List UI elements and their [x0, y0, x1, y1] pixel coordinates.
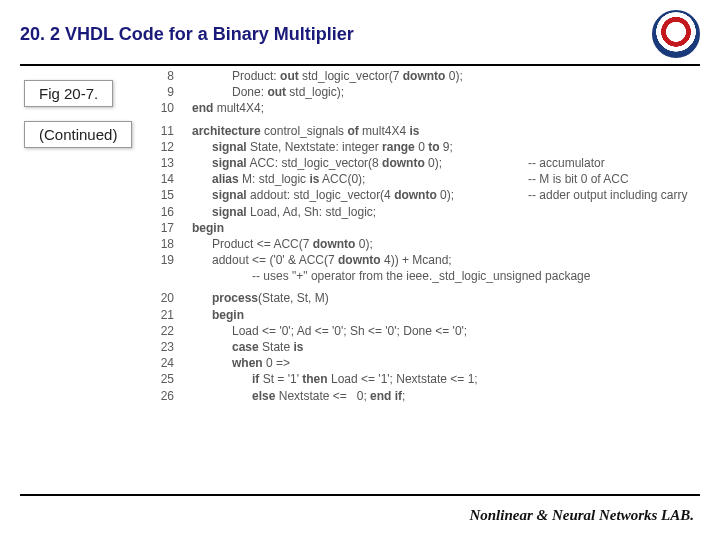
line-number: 20 — [148, 290, 174, 306]
line-number: 24 — [148, 355, 174, 371]
code-text: signal State, Nextstate: integer range 0… — [192, 139, 453, 155]
code-line: 23 case State is — [148, 339, 590, 355]
divider-bottom — [20, 494, 700, 496]
line-number: 21 — [148, 307, 174, 323]
line-number: 22 — [148, 323, 174, 339]
code-line: 25 if St = '1' then Load <= '1'; Nextsta… — [148, 371, 590, 387]
line-number: 8 — [148, 68, 174, 84]
code-text: Done: out std_logic); — [192, 84, 344, 100]
code-line: -- uses "+" operator from the ieee._std_… — [148, 268, 590, 284]
line-number: 14 — [148, 171, 174, 187]
code-text: Product: out std_logic_vector(7 downto 0… — [192, 68, 463, 84]
slide-header: 20. 2 VHDL Code for a Binary Multiplier — [0, 0, 720, 64]
university-seal-icon — [652, 10, 700, 58]
code-text: addout <= ('0' & ACC(7 downto 4)) + Mcan… — [192, 252, 452, 268]
code-comment: -- M is bit 0 of ACC — [528, 171, 629, 187]
code-line: 12 signal State, Nextstate: integer rang… — [148, 139, 590, 155]
code-line: 24 when 0 => — [148, 355, 590, 371]
code-line: 26 else Nextstate <= 0; end if; — [148, 388, 590, 404]
code-line: 11architecture control_signals of mult4X… — [148, 123, 590, 139]
slide-content: Fig 20-7. (Continued) 8 Product: out std… — [0, 66, 720, 154]
code-line: 8 Product: out std_logic_vector(7 downto… — [148, 68, 590, 84]
line-number: 13 — [148, 155, 174, 171]
line-number: 15 — [148, 187, 174, 203]
code-text: architecture control_signals of mult4X4 … — [192, 123, 419, 139]
line-number: 16 — [148, 204, 174, 220]
line-number: 9 — [148, 84, 174, 100]
slide-title: 20. 2 VHDL Code for a Binary Multiplier — [20, 24, 652, 45]
line-number: 19 — [148, 252, 174, 268]
code-text: else Nextstate <= 0; end if; — [192, 388, 405, 404]
code-line: 21 begin — [148, 307, 590, 323]
line-number: 26 — [148, 388, 174, 404]
code-text: -- uses "+" operator from the ieee._std_… — [192, 268, 590, 284]
code-comment: -- adder output including carry — [528, 187, 687, 203]
code-text: if St = '1' then Load <= '1'; Nextstate … — [192, 371, 478, 387]
code-text: case State is — [192, 339, 303, 355]
line-number: 23 — [148, 339, 174, 355]
lab-footer: Nonlinear & Neural Networks LAB. — [469, 507, 694, 524]
code-text: process(State, St, M) — [192, 290, 329, 306]
figure-continued: (Continued) — [24, 121, 132, 148]
code-text: begin — [192, 307, 244, 323]
code-line: 9 Done: out std_logic); — [148, 84, 590, 100]
code-line: 17begin — [148, 220, 590, 236]
code-comment: -- accumulator — [528, 155, 605, 171]
line-number: 18 — [148, 236, 174, 252]
code-text: signal Load, Ad, Sh: std_logic; — [192, 204, 376, 220]
code-line: 19 addout <= ('0' & ACC(7 downto 4)) + M… — [148, 252, 590, 268]
code-text: begin — [192, 220, 224, 236]
line-number: 17 — [148, 220, 174, 236]
code-text: alias M: std_logic is ACC(0); — [192, 171, 365, 187]
code-text: Load <= '0'; Ad <= '0'; Sh <= '0'; Done … — [192, 323, 467, 339]
code-text: when 0 => — [192, 355, 290, 371]
code-line: 14 alias M: std_logic is ACC(0);-- M is … — [148, 171, 590, 187]
code-line: 10end mult4X4; — [148, 100, 590, 116]
code-text: Product <= ACC(7 downto 0); — [192, 236, 373, 252]
code-line: 20 process(State, St, M) — [148, 290, 590, 306]
code-line: 13 signal ACC: std_logic_vector(8 downto… — [148, 155, 590, 171]
code-line: 18 Product <= ACC(7 downto 0); — [148, 236, 590, 252]
line-number: 10 — [148, 100, 174, 116]
figure-number: Fig 20-7. — [24, 80, 113, 107]
code-listing: 8 Product: out std_logic_vector(7 downto… — [148, 68, 590, 404]
code-line: 22 Load <= '0'; Ad <= '0'; Sh <= '0'; Do… — [148, 323, 590, 339]
line-number: 11 — [148, 123, 174, 139]
code-line: 16 signal Load, Ad, Sh: std_logic; — [148, 204, 590, 220]
code-text: end mult4X4; — [192, 100, 264, 116]
line-number: 12 — [148, 139, 174, 155]
code-text: signal addout: std_logic_vector(4 downto… — [192, 187, 454, 203]
line-number: 25 — [148, 371, 174, 387]
code-text: signal ACC: std_logic_vector(8 downto 0)… — [192, 155, 442, 171]
code-line: 15 signal addout: std_logic_vector(4 dow… — [148, 187, 590, 203]
